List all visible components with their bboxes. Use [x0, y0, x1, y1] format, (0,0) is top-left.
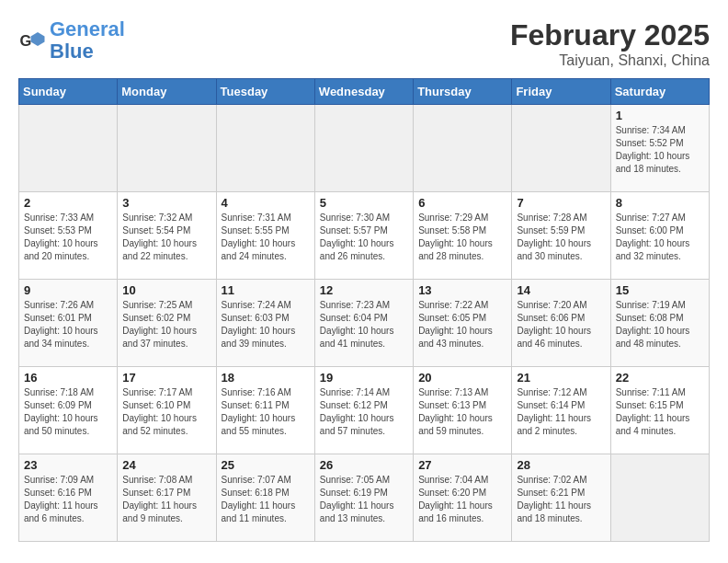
day-number: 4 — [222, 196, 310, 210]
calendar-cell — [414, 105, 512, 192]
calendar-cell: 5Sunrise: 7:30 AM Sunset: 5:57 PM Daylig… — [314, 192, 413, 280]
day-info: Sunrise: 7:28 AM Sunset: 5:59 PM Dayligh… — [517, 212, 605, 263]
week-row-4: 16Sunrise: 7:18 AM Sunset: 6:09 PM Dayli… — [19, 367, 710, 454]
calendar-cell: 7Sunrise: 7:28 AM Sunset: 5:59 PM Daylig… — [512, 192, 610, 280]
day-info: Sunrise: 7:31 AM Sunset: 5:55 PM Dayligh… — [222, 212, 310, 263]
day-number: 17 — [122, 371, 210, 385]
calendar-cell — [19, 105, 118, 192]
day-info: Sunrise: 7:32 AM Sunset: 5:54 PM Dayligh… — [122, 212, 210, 263]
day-info: Sunrise: 7:05 AM Sunset: 6:19 PM Dayligh… — [320, 474, 408, 525]
day-number: 14 — [517, 283, 605, 297]
calendar-subtitle: Taiyuan, Shanxi, China — [510, 52, 710, 69]
calendar-cell: 10Sunrise: 7:25 AM Sunset: 6:02 PM Dayli… — [118, 280, 216, 367]
day-number: 6 — [418, 196, 506, 210]
day-info: Sunrise: 7:08 AM Sunset: 6:17 PM Dayligh… — [122, 474, 210, 525]
calendar-cell: 19Sunrise: 7:14 AM Sunset: 6:12 PM Dayli… — [314, 367, 413, 454]
day-number: 3 — [122, 196, 210, 210]
weekday-saturday: Saturday — [610, 79, 709, 105]
page-header: G GeneralBlue February 2025 Taiyuan, Sha… — [18, 18, 710, 69]
day-number: 12 — [320, 283, 408, 297]
calendar-cell: 2Sunrise: 7:33 AM Sunset: 5:53 PM Daylig… — [19, 192, 118, 280]
calendar-cell: 23Sunrise: 7:09 AM Sunset: 6:16 PM Dayli… — [19, 454, 118, 542]
logo: G GeneralBlue — [18, 18, 125, 63]
calendar-cell — [610, 454, 709, 542]
day-info: Sunrise: 7:34 AM Sunset: 5:52 PM Dayligh… — [616, 124, 704, 176]
day-info: Sunrise: 7:14 AM Sunset: 6:12 PM Dayligh… — [320, 386, 408, 438]
day-number: 2 — [24, 196, 112, 210]
calendar-cell: 25Sunrise: 7:07 AM Sunset: 6:18 PM Dayli… — [216, 454, 314, 542]
day-number: 18 — [222, 371, 310, 385]
day-number: 11 — [222, 283, 310, 297]
day-number: 1 — [616, 109, 704, 122]
day-info: Sunrise: 7:30 AM Sunset: 5:57 PM Dayligh… — [320, 212, 408, 263]
day-info: Sunrise: 7:12 AM Sunset: 6:14 PM Dayligh… — [517, 386, 605, 438]
day-number: 26 — [320, 458, 408, 472]
logo-text: GeneralBlue — [50, 18, 125, 63]
day-number: 10 — [122, 283, 210, 297]
calendar-title: February 2025 — [510, 18, 710, 52]
calendar-cell: 8Sunrise: 7:27 AM Sunset: 6:00 PM Daylig… — [610, 192, 709, 280]
day-number: 24 — [122, 458, 210, 472]
weekday-thursday: Thursday — [414, 79, 512, 105]
day-number: 25 — [222, 458, 310, 472]
day-info: Sunrise: 7:22 AM Sunset: 6:05 PM Dayligh… — [418, 299, 506, 350]
calendar-cell: 12Sunrise: 7:23 AM Sunset: 6:04 PM Dayli… — [314, 280, 413, 367]
calendar-cell: 9Sunrise: 7:26 AM Sunset: 6:01 PM Daylig… — [19, 280, 118, 367]
calendar-cell: 22Sunrise: 7:11 AM Sunset: 6:15 PM Dayli… — [610, 367, 709, 454]
day-info: Sunrise: 7:23 AM Sunset: 6:04 PM Dayligh… — [320, 299, 408, 350]
logo-icon: G — [18, 27, 46, 54]
weekday-monday: Monday — [118, 79, 216, 105]
day-info: Sunrise: 7:16 AM Sunset: 6:11 PM Dayligh… — [222, 386, 310, 438]
day-info: Sunrise: 7:19 AM Sunset: 6:08 PM Dayligh… — [616, 299, 704, 350]
day-info: Sunrise: 7:02 AM Sunset: 6:21 PM Dayligh… — [517, 474, 605, 525]
day-number: 28 — [517, 458, 605, 472]
day-number: 15 — [616, 283, 704, 297]
day-number: 5 — [320, 196, 408, 210]
week-row-2: 2Sunrise: 7:33 AM Sunset: 5:53 PM Daylig… — [19, 192, 710, 280]
day-info: Sunrise: 7:33 AM Sunset: 5:53 PM Dayligh… — [24, 212, 112, 263]
calendar-cell: 6Sunrise: 7:29 AM Sunset: 5:58 PM Daylig… — [414, 192, 512, 280]
calendar-cell: 3Sunrise: 7:32 AM Sunset: 5:54 PM Daylig… — [118, 192, 216, 280]
weekday-wednesday: Wednesday — [314, 79, 413, 105]
day-info: Sunrise: 7:24 AM Sunset: 6:03 PM Dayligh… — [222, 299, 310, 350]
day-info: Sunrise: 7:17 AM Sunset: 6:10 PM Dayligh… — [122, 386, 210, 438]
calendar-cell: 21Sunrise: 7:12 AM Sunset: 6:14 PM Dayli… — [512, 367, 610, 454]
day-info: Sunrise: 7:09 AM Sunset: 6:16 PM Dayligh… — [24, 474, 112, 525]
day-number: 9 — [24, 283, 112, 297]
day-info: Sunrise: 7:13 AM Sunset: 6:13 PM Dayligh… — [418, 386, 506, 438]
day-number: 27 — [418, 458, 506, 472]
day-info: Sunrise: 7:29 AM Sunset: 5:58 PM Dayligh… — [418, 212, 506, 263]
weekday-friday: Friday — [512, 79, 610, 105]
day-info: Sunrise: 7:27 AM Sunset: 6:00 PM Dayligh… — [616, 212, 704, 263]
calendar-cell — [314, 105, 413, 192]
calendar-cell: 17Sunrise: 7:17 AM Sunset: 6:10 PM Dayli… — [118, 367, 216, 454]
day-number: 20 — [418, 371, 506, 385]
calendar-cell: 15Sunrise: 7:19 AM Sunset: 6:08 PM Dayli… — [610, 280, 709, 367]
day-number: 7 — [517, 196, 605, 210]
calendar-cell: 13Sunrise: 7:22 AM Sunset: 6:05 PM Dayli… — [414, 280, 512, 367]
calendar-cell: 20Sunrise: 7:13 AM Sunset: 6:13 PM Dayli… — [414, 367, 512, 454]
calendar-table: SundayMondayTuesdayWednesdayThursdayFrid… — [18, 78, 710, 542]
calendar-cell: 14Sunrise: 7:20 AM Sunset: 6:06 PM Dayli… — [512, 280, 610, 367]
calendar-cell: 24Sunrise: 7:08 AM Sunset: 6:17 PM Dayli… — [118, 454, 216, 542]
weekday-tuesday: Tuesday — [216, 79, 314, 105]
day-info: Sunrise: 7:26 AM Sunset: 6:01 PM Dayligh… — [24, 299, 112, 350]
calendar-cell: 16Sunrise: 7:18 AM Sunset: 6:09 PM Dayli… — [19, 367, 118, 454]
day-number: 23 — [24, 458, 112, 472]
calendar-cell — [118, 105, 216, 192]
calendar-cell — [512, 105, 610, 192]
day-info: Sunrise: 7:18 AM Sunset: 6:09 PM Dayligh… — [24, 386, 112, 438]
day-info: Sunrise: 7:11 AM Sunset: 6:15 PM Dayligh… — [616, 386, 704, 438]
day-info: Sunrise: 7:25 AM Sunset: 6:02 PM Dayligh… — [122, 299, 210, 350]
day-number: 8 — [616, 196, 704, 210]
day-info: Sunrise: 7:20 AM Sunset: 6:06 PM Dayligh… — [517, 299, 605, 350]
day-number: 13 — [418, 283, 506, 297]
title-block: February 2025 Taiyuan, Shanxi, China — [510, 18, 710, 69]
calendar-cell: 4Sunrise: 7:31 AM Sunset: 5:55 PM Daylig… — [216, 192, 314, 280]
calendar-cell: 11Sunrise: 7:24 AM Sunset: 6:03 PM Dayli… — [216, 280, 314, 367]
svg-text:G: G — [20, 32, 32, 49]
calendar-cell — [216, 105, 314, 192]
svg-marker-1 — [31, 32, 45, 46]
weekday-sunday: Sunday — [19, 79, 118, 105]
day-number: 21 — [517, 371, 605, 385]
